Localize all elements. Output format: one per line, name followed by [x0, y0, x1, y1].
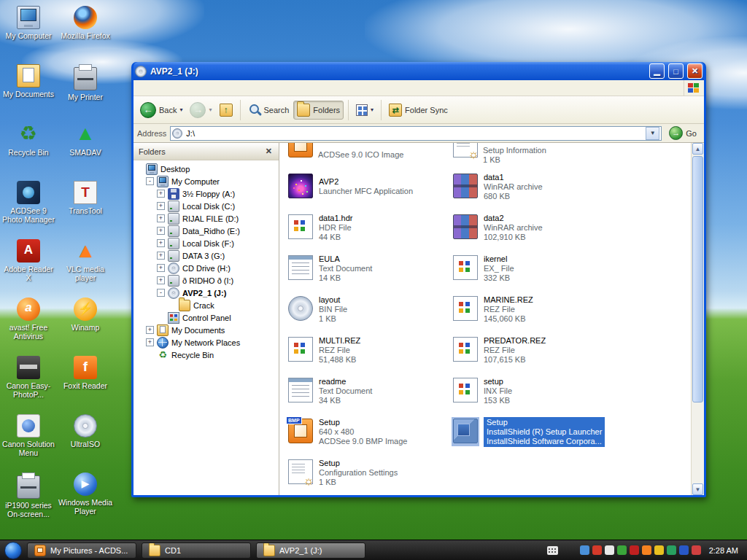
tree-item[interactable]: + My Network Places [133, 336, 279, 349]
desktop-icon[interactable]: VLC media player [58, 235, 113, 293]
file-tile[interactable]: MULTI.REZ REZ File 51,488 KB [287, 330, 452, 370]
folders-button[interactable]: Folders [293, 101, 344, 120]
tree-expander[interactable]: + [146, 338, 154, 346]
tree-expander[interactable]: + [157, 239, 165, 247]
title-bar[interactable]: AVP2_1 (J:) ▁ □ ✕ [133, 62, 704, 80]
desktop-icon[interactable]: Winamp [58, 293, 113, 351]
desktop-icon[interactable]: Windows Media Player [58, 468, 113, 526]
menu-item[interactable] [135, 87, 147, 90]
desktop-icon[interactable]: SMADAV [58, 118, 113, 176]
tree-item[interactable]: - My Computer [133, 175, 279, 187]
taskbar-button[interactable]: AVP2_1 (J:) [256, 542, 365, 559]
desktop-icon[interactable]: avast! Free Antivirus [1, 293, 56, 351]
tray-icon[interactable] [654, 545, 664, 555]
up-button[interactable] [217, 101, 236, 119]
taskbar-button[interactable]: My Pictures - ACDS... [27, 542, 136, 559]
file-tile[interactable]: Setup 640 x 480 ACDSee 9.0 BMP Image [287, 411, 452, 452]
scroll-down-button[interactable]: ▼ [692, 483, 703, 495]
address-dropdown-button[interactable]: ▼ [646, 127, 659, 140]
tree-expander[interactable]: + [157, 227, 165, 235]
back-dropdown-arrow[interactable]: ▾ [179, 106, 182, 113]
desktop-icon[interactable]: Mozilla Firefox [58, 1, 113, 60]
file-tile[interactable]: MARINE.REZ REZ File 145,060 KB [452, 289, 634, 330]
menu-item[interactable] [147, 87, 158, 90]
back-button[interactable]: Back ▾ [137, 100, 185, 120]
views-dropdown-arrow[interactable]: ▾ [371, 106, 374, 113]
tree-expander[interactable]: + [157, 202, 165, 210]
menu-item[interactable] [170, 87, 182, 90]
tree-expander[interactable]: + [157, 214, 165, 222]
desktop-icon[interactable]: ACDSee 9 Photo Manager [1, 176, 56, 235]
tree-item[interactable]: Desktop [133, 163, 279, 175]
tree-expander[interactable]: + [157, 190, 165, 198]
scrollbar-thumb[interactable] [692, 156, 703, 402]
desktop-icon[interactable]: iP1900 series On-screen... [1, 468, 56, 526]
tray-icon[interactable] [692, 545, 701, 555]
tree-item[interactable]: + My Documents [133, 324, 279, 336]
desktop-icon[interactable]: My Computer [1, 1, 56, 60]
folder-sync-button[interactable]: Folder Sync [386, 101, 451, 119]
file-tile-partial[interactable]: ACDSee 9.0 ICO Image [287, 143, 452, 166]
file-tile[interactable]: EULA Text Document 14 KB [287, 248, 452, 289]
tray-icon[interactable] [605, 545, 614, 555]
search-button[interactable]: Search [245, 101, 293, 119]
tree-item[interactable]: + DATA 3 (G:) [133, 249, 279, 262]
tree-item[interactable]: + Local Disk (C:) [133, 200, 279, 212]
tree-expander[interactable]: + [157, 264, 165, 272]
vertical-scrollbar[interactable]: ▲ ▼ [691, 143, 704, 495]
forward-dropdown-arrow[interactable]: ▾ [209, 106, 212, 113]
tree-expander[interactable]: + [157, 252, 165, 260]
taskbar-button[interactable]: CD1 [142, 542, 251, 559]
tree-item[interactable]: + Data_Ridho (E:) [133, 225, 279, 237]
desktop-icon[interactable]: My Printer [58, 60, 113, 118]
views-button[interactable]: ▾ [353, 102, 376, 118]
file-tile[interactable]: layout BIN File 1 KB [287, 289, 452, 330]
file-tile[interactable]: data1 WinRAR archive 680 KB [452, 166, 634, 207]
file-tile[interactable]: AVP2 Launcher MFC Application [287, 166, 452, 207]
file-tile[interactable]: data1.hdr HDR File 44 KB [287, 207, 452, 248]
desktop-icon[interactable]: UltraISO [58, 410, 113, 468]
start-button[interactable] [4, 542, 22, 559]
desktop-icon[interactable]: Canon Easy-PhotoP... [1, 351, 56, 410]
tray-icon[interactable] [617, 545, 627, 555]
tree-expander[interactable]: - [146, 177, 154, 185]
tree-item[interactable]: + RIJAL FILE (D:) [133, 212, 279, 225]
folders-pane-close-icon[interactable]: ✕ [264, 147, 274, 156]
tree-item[interactable]: + ð RIDHO ð (I:) [133, 274, 279, 287]
tree-item[interactable]: Control Panel [133, 311, 279, 324]
minimize-button[interactable]: ▁ [649, 63, 665, 79]
file-tile[interactable]: data2 WinRAR archive 102,910 KB [452, 207, 634, 248]
menu-item[interactable] [158, 87, 170, 90]
tree-item[interactable]: + Local Disk (F:) [133, 237, 279, 249]
tree-item[interactable]: + CD Drive (H:) [133, 262, 279, 274]
file-tile[interactable]: Setup InstallShield (R) Setup Launcher I… [452, 411, 634, 452]
tray-icon[interactable] [630, 545, 639, 555]
maximize-button[interactable]: □ [668, 63, 684, 79]
desktop-icon[interactable]: Adobe Reader X [1, 235, 56, 293]
tree-item[interactable]: - AVP2_1 (J:) [133, 287, 279, 299]
desktop-icon[interactable]: TransTool [58, 176, 113, 235]
scroll-up-button[interactable]: ▲ [692, 143, 703, 155]
tree-expander[interactable]: + [146, 326, 154, 334]
go-button[interactable]: → Go [665, 125, 700, 141]
keyboard-language-icon[interactable] [547, 546, 558, 555]
file-tile[interactable]: PREDATOR.REZ REZ File 107,615 KB [452, 330, 634, 370]
forward-button[interactable]: ▾ [187, 100, 214, 120]
tray-icon[interactable] [642, 545, 651, 555]
menu-item[interactable] [182, 87, 193, 90]
desktop-icon[interactable]: Foxit Reader [58, 351, 113, 410]
tray-icon[interactable] [580, 545, 589, 555]
tree-expander[interactable]: - [157, 289, 165, 297]
desktop-icon[interactable]: Canon Solution Menu [1, 410, 56, 468]
file-tile[interactable]: setup INX File 153 KB [452, 370, 634, 411]
tray-icon[interactable] [592, 545, 602, 555]
close-button[interactable]: ✕ [687, 63, 703, 79]
tray-icon[interactable] [667, 545, 676, 555]
tree-item[interactable]: Recycle Bin [133, 349, 279, 361]
address-input[interactable]: J:\ ▼ [170, 126, 662, 141]
tree-item[interactable]: Crack [133, 299, 279, 311]
desktop-icon[interactable]: Recycle Bin [1, 118, 56, 176]
tray-icon[interactable] [679, 545, 689, 555]
file-tile[interactable]: Setup Configuration Settings 1 KB [287, 452, 452, 493]
file-tile[interactable]: readme Text Document 34 KB [287, 370, 452, 411]
